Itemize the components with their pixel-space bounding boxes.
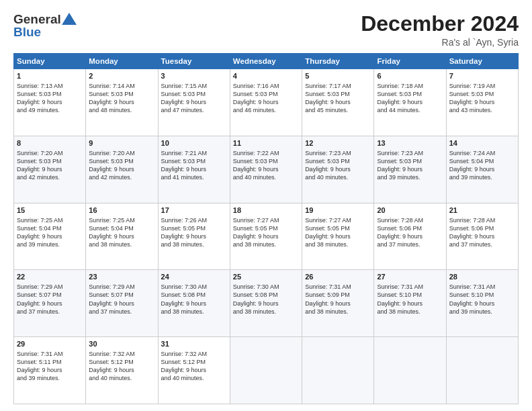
day-number: 12 xyxy=(305,138,371,148)
day-info-line: and 37 minutes. xyxy=(89,308,154,316)
day-info-line: Sunrise: 7:27 AM xyxy=(305,216,371,224)
day-info-line: Sunrise: 7:29 AM xyxy=(17,283,83,291)
day-info-line: Sunset: 5:04 PM xyxy=(89,224,154,232)
day-number: 5 xyxy=(305,71,371,81)
day-info-line: Sunset: 5:07 PM xyxy=(89,291,154,299)
day-number: 15 xyxy=(17,205,83,216)
day-info-line: and 42 minutes. xyxy=(17,173,83,181)
day-number: 27 xyxy=(377,272,443,282)
title-block: December 2024 Ra's al `Ayn, Syria xyxy=(361,12,519,48)
day-info-line: and 38 minutes. xyxy=(377,308,443,316)
day-info-line: Sunrise: 7:31 AM xyxy=(305,283,371,291)
day-info-line: Daylight: 9 hours xyxy=(161,98,227,106)
calendar-cell: 30Sunrise: 7:32 AMSunset: 5:12 PMDayligh… xyxy=(86,337,158,404)
calendar-week-row: 22Sunrise: 7:29 AMSunset: 5:07 PMDayligh… xyxy=(14,270,519,337)
calendar-cell: 29Sunrise: 7:31 AMSunset: 5:11 PMDayligh… xyxy=(14,337,86,404)
day-info-line: Sunrise: 7:20 AM xyxy=(89,149,154,157)
day-info-line: Daylight: 9 hours xyxy=(233,165,299,173)
calendar-cell: 3Sunrise: 7:15 AMSunset: 5:03 PMDaylight… xyxy=(158,69,230,136)
day-info-line: Sunset: 5:06 PM xyxy=(377,224,443,232)
day-info-line: Daylight: 9 hours xyxy=(449,98,515,106)
day-info-line: Sunset: 5:07 PM xyxy=(17,291,83,299)
day-info-line: Sunrise: 7:18 AM xyxy=(377,82,443,90)
day-info-line: and 40 minutes. xyxy=(161,374,227,382)
day-info-line: and 47 minutes. xyxy=(161,106,227,114)
day-info-line: Sunrise: 7:21 AM xyxy=(161,149,227,157)
day-info-line: Sunrise: 7:23 AM xyxy=(305,149,371,157)
col-header-sunday: Sunday xyxy=(14,54,86,69)
day-info-line: Sunrise: 7:19 AM xyxy=(449,82,515,90)
day-info-line: Daylight: 9 hours xyxy=(89,165,154,173)
day-info-line: Sunset: 5:03 PM xyxy=(305,157,371,165)
calendar-cell: 5Sunrise: 7:17 AMSunset: 5:03 PMDaylight… xyxy=(302,69,374,136)
col-header-monday: Monday xyxy=(86,54,158,69)
location: Ra's al `Ayn, Syria xyxy=(361,37,519,48)
day-info-line: Daylight: 9 hours xyxy=(449,232,515,240)
day-info-line: Daylight: 9 hours xyxy=(377,165,443,173)
day-number: 11 xyxy=(233,138,299,148)
day-info-line: Sunset: 5:11 PM xyxy=(17,358,83,366)
day-info-line: and 39 minutes. xyxy=(377,173,443,181)
calendar-cell: 17Sunrise: 7:26 AMSunset: 5:05 PMDayligh… xyxy=(158,203,230,270)
calendar-cell: 22Sunrise: 7:29 AMSunset: 5:07 PMDayligh… xyxy=(14,270,86,337)
day-info-line: and 38 minutes. xyxy=(89,240,154,248)
day-info-line: Sunset: 5:08 PM xyxy=(161,291,227,299)
day-info-line: and 37 minutes. xyxy=(17,308,83,316)
day-info-line: and 38 minutes. xyxy=(161,240,227,248)
day-info-line: Sunrise: 7:20 AM xyxy=(17,149,83,157)
day-info-line: and 40 minutes. xyxy=(233,173,299,181)
day-info-line: Daylight: 9 hours xyxy=(17,232,83,240)
svg-marker-0 xyxy=(62,13,77,25)
calendar-cell: 15Sunrise: 7:25 AMSunset: 5:04 PMDayligh… xyxy=(14,203,86,270)
day-info-line: Sunset: 5:03 PM xyxy=(305,90,371,98)
day-number: 31 xyxy=(161,339,227,349)
day-info-line: Daylight: 9 hours xyxy=(305,232,371,240)
day-info-line: Daylight: 9 hours xyxy=(17,366,83,374)
calendar-week-row: 8Sunrise: 7:20 AMSunset: 5:03 PMDaylight… xyxy=(14,136,519,203)
day-info-line: Daylight: 9 hours xyxy=(233,232,299,240)
calendar-cell: 21Sunrise: 7:28 AMSunset: 5:06 PMDayligh… xyxy=(446,203,518,270)
day-info-line: Sunrise: 7:30 AM xyxy=(161,283,227,291)
day-info-line: Daylight: 9 hours xyxy=(161,232,227,240)
logo-flag-icon xyxy=(62,13,77,25)
day-info-line: Sunset: 5:05 PM xyxy=(161,224,227,232)
day-number: 25 xyxy=(233,272,299,282)
calendar-cell: 16Sunrise: 7:25 AMSunset: 5:04 PMDayligh… xyxy=(86,203,158,270)
day-number: 29 xyxy=(17,339,83,349)
day-info-line: and 39 minutes. xyxy=(17,374,83,382)
col-header-tuesday: Tuesday xyxy=(158,54,230,69)
day-info-line: Daylight: 9 hours xyxy=(377,232,443,240)
day-number: 3 xyxy=(161,71,227,81)
day-info-line: Sunrise: 7:24 AM xyxy=(449,149,515,157)
day-info-line: and 38 minutes. xyxy=(305,240,371,248)
day-info-line: and 44 minutes. xyxy=(377,106,443,114)
day-info-line: Daylight: 9 hours xyxy=(89,98,154,106)
day-number: 22 xyxy=(17,272,83,282)
day-info-line: Daylight: 9 hours xyxy=(17,300,83,308)
day-info-line: Daylight: 9 hours xyxy=(89,300,154,308)
calendar-cell: 6Sunrise: 7:18 AMSunset: 5:03 PMDaylight… xyxy=(374,69,446,136)
calendar-cell xyxy=(446,337,518,404)
day-info-line: and 38 minutes. xyxy=(161,308,227,316)
day-info-line: Sunset: 5:09 PM xyxy=(305,291,371,299)
calendar-cell: 9Sunrise: 7:20 AMSunset: 5:03 PMDaylight… xyxy=(86,136,158,203)
day-number: 21 xyxy=(449,205,515,216)
day-info-line: and 49 minutes. xyxy=(17,106,83,114)
day-info-line: and 40 minutes. xyxy=(89,374,154,382)
day-info-line: Sunrise: 7:25 AM xyxy=(89,216,154,224)
day-info-line: Daylight: 9 hours xyxy=(161,300,227,308)
calendar-cell: 23Sunrise: 7:29 AMSunset: 5:07 PMDayligh… xyxy=(86,270,158,337)
logo: General Blue xyxy=(13,12,77,40)
day-info-line: Daylight: 9 hours xyxy=(305,300,371,308)
calendar-cell: 2Sunrise: 7:14 AMSunset: 5:03 PMDaylight… xyxy=(86,69,158,136)
calendar-cell: 13Sunrise: 7:23 AMSunset: 5:03 PMDayligh… xyxy=(374,136,446,203)
calendar-week-row: 15Sunrise: 7:25 AMSunset: 5:04 PMDayligh… xyxy=(14,203,519,270)
day-info-line: and 48 minutes. xyxy=(89,106,154,114)
day-info-line: and 42 minutes. xyxy=(89,173,154,181)
day-info-line: and 40 minutes. xyxy=(305,173,371,181)
day-info-line: Sunset: 5:04 PM xyxy=(449,157,515,165)
day-info-line: Sunset: 5:04 PM xyxy=(17,224,83,232)
day-number: 14 xyxy=(449,138,515,148)
day-info-line: Daylight: 9 hours xyxy=(233,300,299,308)
day-info-line: Sunrise: 7:30 AM xyxy=(233,283,299,291)
